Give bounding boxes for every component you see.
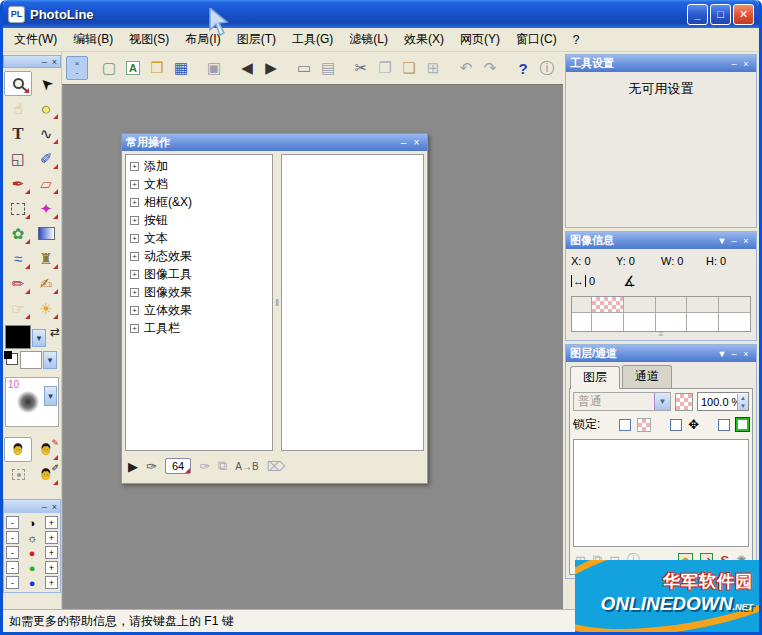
tree-item-add[interactable]: +添加 xyxy=(126,157,272,175)
image-info-minimize-button[interactable]: – xyxy=(728,236,740,246)
mask-draw-button[interactable]: ☻✎ xyxy=(32,437,60,462)
menu-help[interactable]: ? xyxy=(565,30,588,50)
adjust-minimize-button[interactable]: – xyxy=(42,502,47,512)
adjust-close-button[interactable]: × xyxy=(52,502,57,512)
pan-tool-button[interactable]: ☝ xyxy=(4,96,32,121)
actions-minimize-button[interactable]: – xyxy=(397,137,410,148)
open-button[interactable]: ❒ xyxy=(145,56,169,80)
contrast-plus-button[interactable]: + xyxy=(45,516,58,529)
layers-menu-button[interactable]: ▼ xyxy=(716,349,728,359)
info-button[interactable]: ⓘ xyxy=(535,56,559,80)
expand-icon[interactable]: + xyxy=(130,324,139,333)
toolbar-handle[interactable]: × - xyxy=(66,56,88,80)
menu-effects[interactable]: 效果(X) xyxy=(396,28,452,51)
zoom-tool-button[interactable] xyxy=(4,71,32,96)
actions-detail-pane[interactable] xyxy=(281,154,424,451)
expand-icon[interactable]: + xyxy=(130,216,139,225)
reset-colors-icon[interactable] xyxy=(6,353,18,365)
lock-position-checkbox[interactable] xyxy=(670,419,682,431)
marquee-tool-button[interactable] xyxy=(4,196,32,221)
layers-titlebar[interactable]: 图层/通道 ▼ – × xyxy=(566,345,756,362)
save-button[interactable]: ▣ xyxy=(202,56,226,80)
maximize-button[interactable]: □ xyxy=(710,4,731,25)
tool-settings-minimize-button[interactable]: – xyxy=(728,59,740,69)
expand-icon[interactable]: + xyxy=(130,270,139,279)
paste-special-button[interactable]: ⊞ xyxy=(421,56,445,80)
tree-item-text[interactable]: +文本 xyxy=(126,229,272,247)
cut-button[interactable]: ✂ xyxy=(349,56,373,80)
brush-tool-button[interactable]: ✍ xyxy=(32,271,60,296)
opacity-field[interactable]: 100.0 % ▲▼ xyxy=(697,392,749,411)
dialog-splitter[interactable]: ‖ xyxy=(274,154,280,451)
crop-tool-button[interactable]: ◱ xyxy=(4,146,32,171)
expand-icon[interactable]: + xyxy=(130,234,139,243)
pencil-tool-button[interactable]: ✏ xyxy=(4,271,32,296)
foreground-color-swatch[interactable] xyxy=(5,325,31,349)
tree-item-toolbar[interactable]: +工具栏 xyxy=(126,319,272,337)
layers-close-button[interactable]: × xyxy=(740,349,752,359)
contrast-minus-button[interactable]: - xyxy=(6,516,19,529)
steps-count-field[interactable]: 64 xyxy=(165,458,191,474)
menu-tools[interactable]: 工具(G) xyxy=(284,28,341,51)
context-help-button[interactable]: ? xyxy=(511,56,535,80)
tool-settings-titlebar[interactable]: 工具设置 – × xyxy=(566,55,756,72)
actions-dialog-titlebar[interactable]: 常用操作 – × xyxy=(122,134,427,151)
opacity-spinner[interactable]: ▲▼ xyxy=(737,394,748,410)
adjust-hand-tool-button[interactable]: ☞ xyxy=(4,296,32,321)
blue-minus-button[interactable]: - xyxy=(6,576,19,589)
brightness-plus-button[interactable]: + xyxy=(45,531,58,544)
menu-layout[interactable]: 布局(I) xyxy=(177,28,228,51)
lock-all-checkbox[interactable] xyxy=(718,419,730,431)
tree-item-3d-effects[interactable]: +立体效果 xyxy=(126,301,272,319)
expand-icon[interactable]: + xyxy=(130,180,139,189)
menu-view[interactable]: 视图(S) xyxy=(121,28,177,51)
gradient-tool-button[interactable] xyxy=(32,221,60,246)
new-document-button[interactable]: ▢ xyxy=(97,56,121,80)
undo-button[interactable]: ↶ xyxy=(454,56,478,80)
tree-item-image-tools[interactable]: +图像工具 xyxy=(126,265,272,283)
expand-icon[interactable]: + xyxy=(130,198,139,207)
blue-plus-button[interactable]: + xyxy=(45,576,58,589)
tree-item-button[interactable]: +按钮 xyxy=(126,211,272,229)
eraser-tool-button[interactable]: ▱ xyxy=(32,171,60,196)
menu-layer[interactable]: 图层(T) xyxy=(229,28,284,51)
green-minus-button[interactable]: - xyxy=(6,561,19,574)
scan-button[interactable]: ▭ xyxy=(292,56,316,80)
layers-list[interactable] xyxy=(573,439,749,547)
layers-minimize-button[interactable]: – xyxy=(728,349,740,359)
duplicate-action-button[interactable]: ⧉ xyxy=(218,458,227,474)
panel-resize-grip[interactable]: ≡ xyxy=(571,332,751,338)
smudge-tool-button[interactable]: ≈ xyxy=(4,246,32,271)
expand-icon[interactable]: + xyxy=(130,252,139,261)
text-tool-button[interactable]: T xyxy=(4,121,32,146)
print-button[interactable]: ▤ xyxy=(316,56,340,80)
select-tool-button[interactable]: ➤ xyxy=(32,71,60,96)
palette-close-button[interactable]: × xyxy=(52,57,57,67)
red-minus-button[interactable]: - xyxy=(6,546,19,559)
close-button[interactable]: ✕ xyxy=(733,4,754,25)
tab-layers[interactable]: 图层 xyxy=(570,366,620,389)
green-plus-button[interactable]: + xyxy=(45,561,58,574)
brightness-minus-button[interactable]: - xyxy=(6,531,19,544)
expand-icon[interactable]: + xyxy=(130,162,139,171)
minimize-button[interactable]: _ xyxy=(687,4,708,25)
brush-dropdown[interactable]: ▼ xyxy=(44,386,57,406)
curve-tool-button[interactable]: ∿ xyxy=(32,121,60,146)
background-color-swatch[interactable] xyxy=(20,351,42,369)
background-color-dropdown[interactable]: ▼ xyxy=(43,351,57,369)
mask-select-button[interactable] xyxy=(4,462,32,487)
delete-action-button[interactable]: ⌦ xyxy=(267,459,285,474)
apply-action-button[interactable]: ✑ xyxy=(199,459,210,474)
layer-transparency-swatch[interactable] xyxy=(675,393,693,411)
red-plus-button[interactable]: + xyxy=(45,546,58,559)
menu-filter[interactable]: 滤镜(L) xyxy=(341,28,396,51)
back-button[interactable]: ◀ xyxy=(235,56,259,80)
magic-wand-tool-button[interactable]: ✦ xyxy=(32,196,60,221)
tree-item-document[interactable]: +文档 xyxy=(126,175,272,193)
rename-action-button[interactable]: A→B xyxy=(235,461,258,472)
actions-close-button[interactable]: × xyxy=(410,137,423,148)
light-tool-button[interactable]: ☀ xyxy=(32,296,60,321)
tree-item-image-effects[interactable]: +图像效果 xyxy=(126,283,272,301)
swap-colors-icon[interactable]: ⇄ xyxy=(50,325,60,339)
menu-edit[interactable]: 编辑(B) xyxy=(65,28,121,51)
